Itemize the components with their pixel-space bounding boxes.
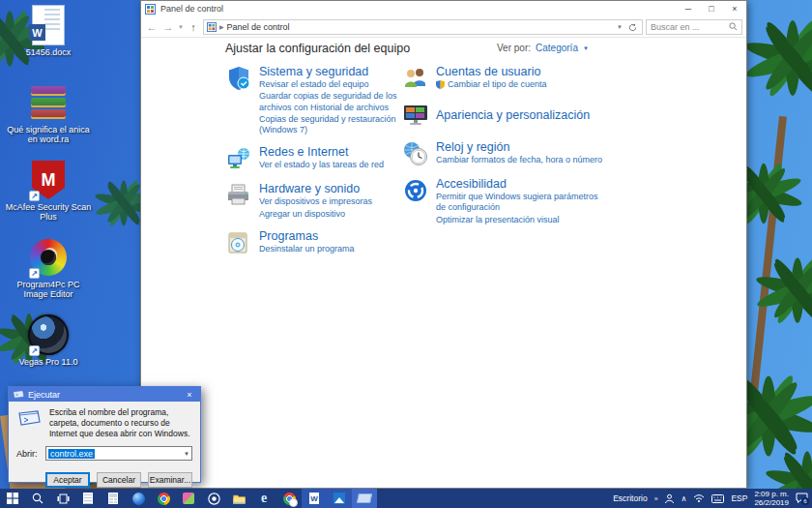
clock-region-icon [402, 140, 429, 167]
people-icon[interactable] [664, 493, 675, 504]
category-programs: Programas Desinstalar un programa [225, 229, 402, 256]
network-icon[interactable] [693, 493, 705, 503]
view-by-dropdown-icon[interactable]: ▼ [583, 45, 589, 51]
category-link[interactable]: Optimizar la presentación visual [436, 215, 610, 225]
category-title[interactable]: Apariencia y personalización [436, 108, 590, 122]
programs-icon [225, 229, 252, 256]
run-close-icon[interactable]: × [183, 390, 196, 400]
desktop-icon-label: Vegas Pro 11.0 [19, 357, 78, 367]
maximize-button[interactable]: □ [700, 1, 723, 16]
cancel-button[interactable]: Cancelar [97, 472, 141, 488]
hidden-icons-chevron[interactable]: ∧ [682, 494, 687, 503]
action-center-icon[interactable]: 6 [796, 493, 808, 504]
taskbar-chrome-profile-button[interactable] [276, 489, 302, 508]
blue-sphere-app-icon [132, 493, 145, 505]
category-title[interactable]: Cuentas de usuario [436, 65, 547, 78]
ease-of-access-icon [402, 177, 429, 204]
address-dropdown-icon[interactable]: ▼ [617, 24, 623, 30]
run-dialog-title: Ejecutar [28, 390, 179, 400]
breadcrumb[interactable]: Panel de control [227, 22, 290, 32]
category-link[interactable]: Desinstalar un programa [259, 244, 355, 254]
category-link[interactable]: Guardar copias de seguridad de los archi… [259, 91, 402, 113]
title-bar[interactable]: Panel de control ─ □ × [141, 1, 746, 16]
category-system-security: Sistema y seguridad Revisar el estado de… [225, 65, 402, 135]
forward-icon[interactable]: → [161, 21, 175, 33]
taskbar-search-button[interactable] [25, 489, 50, 508]
ok-button[interactable]: Aceptar [45, 472, 90, 488]
minimize-button[interactable]: ─ [677, 1, 700, 16]
desktop-icon-winrar[interactable]: Qué significa el anica en word.ra [2, 81, 95, 159]
category-link[interactable]: Copias de seguridad y restauración (Wind… [259, 114, 402, 136]
open-input-value: control.exe [48, 449, 95, 459]
desktop-icon-vegas-pro[interactable]: ↗ Vegas Pro 11.0 [2, 314, 95, 391]
category-link[interactable]: Ver el estado y las tareas de red [259, 160, 384, 170]
address-bar[interactable]: ▶ Panel de control ▼ [203, 19, 643, 35]
category-link[interactable]: Cambiar el tipo de cuenta [448, 79, 547, 90]
category-link[interactable]: Permitir que Windows sugiera parámetros … [436, 192, 610, 214]
refresh-icon[interactable] [625, 18, 639, 36]
run-window-icon [16, 409, 42, 427]
taskbar-clock[interactable]: 2:09 p. m. 26/2/2019 [754, 490, 789, 507]
desktop-icon-label: 51456.docx [26, 47, 72, 57]
run-description: Escriba el nombre del programa, carpeta,… [49, 407, 192, 439]
combo-dropdown-icon[interactable]: ▼ [184, 451, 189, 457]
language-indicator[interactable]: ESP [731, 493, 747, 503]
recent-locations-icon[interactable]: ▼ [178, 24, 184, 30]
taskbar-chrome-button[interactable] [151, 489, 176, 508]
chrome-profile-icon [283, 493, 296, 505]
category-title[interactable]: Hardware y sonido [259, 182, 372, 195]
taskbar-blue-sphere-button[interactable] [126, 489, 151, 508]
task-view-button[interactable] [50, 489, 75, 508]
category-clock-region: Reloj y región Cambiar formatos de fecha… [402, 140, 610, 167]
shortcut-arrow-icon: ↗ [29, 345, 40, 356]
clock-date: 26/2/2019 [754, 498, 789, 507]
desktop-icon-mcafee[interactable]: M ↗ McAfee Security Scan Plus [2, 159, 95, 236]
category-title[interactable]: Programas [259, 229, 355, 243]
browse-button[interactable]: Examinar... [148, 472, 192, 488]
category-link[interactable]: Revisar el estado del equipo [259, 79, 402, 90]
network-internet-icon [225, 145, 252, 172]
taskbar-edge-button[interactable]: e [251, 489, 276, 508]
category-title[interactable]: Redes e Internet [259, 145, 384, 159]
back-icon[interactable]: ← [145, 21, 159, 33]
view-by-label: Ver por: [497, 43, 531, 53]
category-link[interactable]: Ver dispositivos e impresoras [259, 196, 372, 207]
open-input[interactable]: control.exe ▼ [45, 446, 192, 461]
category-title[interactable]: Reloj y región [436, 140, 602, 154]
start-button[interactable] [0, 489, 25, 508]
category-hardware-sound: Hardware y sonido Ver dispositivos e imp… [225, 182, 402, 220]
taskbar-photo-viewer-button[interactable] [327, 489, 352, 508]
desktop-icon-list: W 51456.docx Qué significa el anica en w… [2, 4, 95, 391]
search-icon [32, 493, 44, 504]
view-by-value[interactable]: Categoría [536, 43, 578, 53]
up-icon[interactable]: ↑ [187, 21, 200, 33]
open-label: Abrir: [16, 449, 40, 459]
taskbar-photos-button[interactable] [176, 489, 201, 508]
taskbar-file-explorer-button[interactable] [226, 489, 251, 508]
toolbar-expand-icon[interactable]: » [654, 495, 657, 502]
desktop-icon-image-editor[interactable]: ↗ Program4Pc PC Image Editor [2, 236, 95, 314]
word-icon: W [309, 493, 319, 504]
category-link[interactable]: Agregar un dispositivo [259, 209, 372, 220]
appearance-icon [402, 102, 429, 129]
category-link[interactable]: Cambiar formatos de fecha, hora o número [436, 155, 602, 165]
category-title[interactable]: Accesibilidad [436, 177, 610, 191]
taskbar-notepad-button[interactable] [75, 489, 101, 508]
search-placeholder: Buscar en ... [651, 22, 729, 32]
category-title[interactable]: Sistema y seguridad [259, 65, 402, 78]
run-dialog: Ejecutar × Escriba el nombre del program… [8, 386, 201, 483]
category-network-internet: Redes e Internet Ver el estado y las tar… [225, 145, 402, 172]
search-input[interactable]: Buscar en ... [646, 19, 742, 35]
close-button[interactable]: × [723, 1, 746, 16]
taskbar-calculator-button[interactable] [101, 489, 126, 508]
shortcut-arrow-icon: ↗ [29, 191, 40, 201]
run-title-bar[interactable]: Ejecutar × [9, 387, 200, 402]
category-column-left: Sistema y seguridad Revisar el estado de… [225, 65, 402, 266]
category-user-accounts: Cuentas de usuario Cambiar el tipo de cu… [402, 65, 610, 92]
desktop-toolbar-label[interactable]: Escritorio [613, 493, 647, 503]
taskbar-target-button[interactable] [201, 489, 226, 508]
taskbar-word-button[interactable]: W [302, 489, 327, 508]
taskbar-run-button[interactable] [352, 489, 377, 508]
keyboard-icon[interactable] [711, 494, 724, 503]
desktop-icon-word-doc[interactable]: W 51456.docx [2, 4, 95, 81]
